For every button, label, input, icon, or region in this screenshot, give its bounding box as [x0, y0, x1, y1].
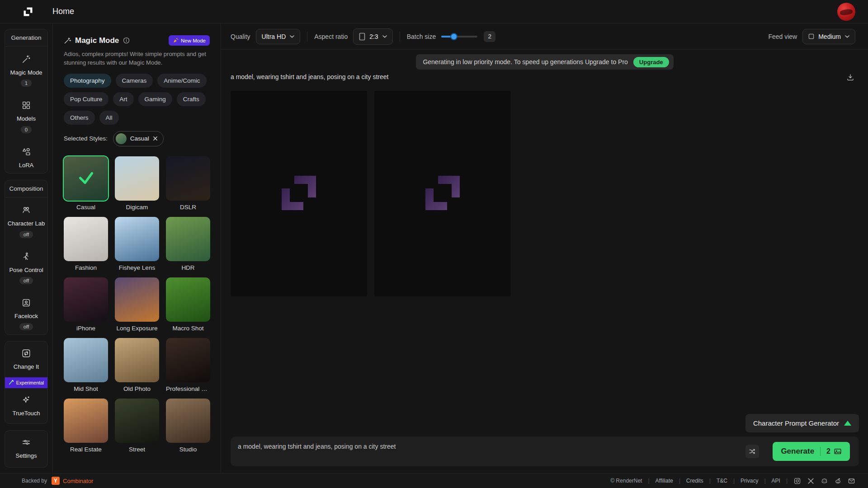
main-area: Quality Ultra HD Aspect ratio 2:3 Batch …	[221, 23, 868, 473]
category-chip-all[interactable]: All	[99, 111, 119, 125]
style-name: Professional Po...	[166, 385, 210, 392]
batch-size-slider[interactable]	[441, 36, 477, 38]
style-thumbnail	[115, 399, 159, 443]
selected-style-chip[interactable]: Casual	[113, 131, 164, 146]
magic-wand-icon	[64, 37, 71, 44]
category-chip-art[interactable]: Art	[113, 92, 133, 106]
quality-label: Quality	[231, 33, 250, 40]
style-card-studio[interactable]: Studio	[166, 399, 210, 453]
toast-message: Generating in low priority mode. To spee…	[423, 58, 627, 66]
style-card-street[interactable]: Street	[115, 399, 159, 453]
style-chip-label: Casual	[130, 135, 149, 142]
style-card-mid-shot[interactable]: Mid Shot	[64, 338, 108, 392]
sidebar-item-badge: 0	[21, 126, 32, 133]
style-name: Digicam	[115, 204, 159, 211]
style-card-casual[interactable]: Casual	[64, 156, 108, 211]
category-chip-pop-culture[interactable]: Pop Culture	[64, 92, 108, 106]
sidebar-item-change-it[interactable]: Change It	[5, 342, 47, 377]
prompt-zone: Character Prompt Generator a model, wear…	[231, 436, 859, 466]
upgrade-button[interactable]: Upgrade	[633, 57, 669, 67]
quality-value: Ultra HD	[262, 33, 286, 40]
generate-button[interactable]: Generate 2	[773, 442, 850, 461]
sidebar-group: GenerationMagic Mode1Models0LoRA	[5, 29, 48, 174]
category-chip-crafts[interactable]: Crafts	[177, 92, 206, 106]
sidebar-item-facelock[interactable]: Facelockoff	[5, 291, 47, 335]
sidebar-item-label: Settings	[16, 452, 37, 460]
slider-thumb[interactable]	[450, 33, 458, 40]
style-card-iphone[interactable]: iPhone	[64, 277, 108, 332]
style-thumbnail	[64, 217, 108, 261]
generation-cards	[231, 91, 854, 296]
swap-icon	[21, 348, 31, 360]
category-chip-photography[interactable]: Photography	[64, 74, 111, 88]
sidebar-item-models[interactable]: Models0	[5, 94, 47, 140]
style-card-long-exposure[interactable]: Long Exposure	[115, 277, 159, 332]
style-card-digicam[interactable]: Digicam	[115, 156, 159, 211]
panel-description: Adios, complex prompts! Write simple pro…	[64, 50, 210, 67]
sidebar-item-badge: off	[19, 323, 33, 330]
footer-link-privacy[interactable]: Privacy	[741, 478, 758, 484]
reddit-icon[interactable]	[834, 477, 842, 485]
paintbrush-icon	[9, 380, 14, 386]
style-card-hdr[interactable]: HDR	[166, 217, 210, 271]
user-avatar[interactable]	[837, 3, 855, 21]
category-chips: PhotographyCamerasAnime/ComicPop Culture…	[64, 74, 210, 125]
shuffle-prompt-button[interactable]	[745, 445, 759, 458]
sidebar-item-settings[interactable]: Settings	[5, 431, 47, 466]
style-thumbnail	[166, 217, 210, 261]
remove-style-icon[interactable]	[153, 136, 158, 141]
category-chip-cameras[interactable]: Cameras	[116, 74, 153, 88]
style-card-old-photo[interactable]: Old Photo	[115, 338, 159, 392]
people-icon	[21, 205, 31, 217]
divider	[820, 447, 821, 456]
image-icon	[834, 447, 842, 455]
batch-size-label: Batch size	[407, 33, 436, 40]
footer-link-api[interactable]: API	[772, 478, 780, 484]
category-chip-others[interactable]: Others	[64, 111, 95, 125]
style-card-dslr[interactable]: DSLR	[166, 156, 210, 211]
style-card-professional-po[interactable]: Professional Po...	[166, 338, 210, 392]
y-combinator-icon: Y	[52, 477, 60, 485]
sidebar-item-label: Change It	[14, 363, 39, 371]
mail-icon[interactable]	[848, 477, 855, 485]
sidebar-item-truetouch[interactable]: TrueTouch	[5, 388, 47, 424]
sidebar-item-lora[interactable]: LoRA	[5, 140, 47, 174]
category-chip-anime-comic[interactable]: Anime/Comic	[157, 74, 206, 88]
feed-view-label: Feed view	[768, 33, 797, 40]
generation-controls-bar: Quality Ultra HD Aspect ratio 2:3 Batch …	[221, 23, 868, 50]
style-card-fisheye-lens[interactable]: Fisheye Lens	[115, 217, 159, 271]
sliders-icon	[21, 437, 31, 449]
page-title: Home	[52, 7, 74, 16]
instagram-icon[interactable]	[793, 477, 801, 485]
aspect-ratio-dropdown[interactable]: 2:3	[353, 28, 392, 45]
download-icon[interactable]	[846, 73, 854, 81]
style-thumbnail	[115, 217, 159, 261]
sidebar-item-badge: 1	[21, 80, 32, 87]
rendernet-placeholder-logo	[277, 171, 321, 216]
category-chip-gaming[interactable]: Gaming	[138, 92, 172, 106]
y-combinator-link[interactable]: Combinator	[63, 478, 93, 484]
style-card-fashion[interactable]: Fashion	[64, 217, 108, 271]
style-card-macro-shot[interactable]: Macro Shot	[166, 277, 210, 332]
quality-dropdown[interactable]: Ultra HD	[256, 29, 301, 44]
sidebar-group-header: Generation	[5, 29, 47, 47]
discord-icon[interactable]	[821, 477, 828, 485]
footer-link-credits[interactable]: Credits	[686, 478, 703, 484]
sidebar-item-magic-mode[interactable]: Magic Mode1	[5, 47, 47, 94]
feed-view-dropdown[interactable]: Medium	[802, 29, 855, 44]
x-icon[interactable]	[807, 477, 815, 485]
grid-icon	[21, 100, 31, 112]
footer: Backed by Y Combinator © RenderNet |Affi…	[0, 473, 868, 488]
sidebar-item-pose-control[interactable]: Pose Controloff	[5, 245, 47, 291]
info-icon[interactable]	[123, 37, 130, 44]
sidebar-group-header: Composition	[5, 180, 47, 197]
sidebar-item-character-lab[interactable]: Character Laboff	[5, 198, 47, 244]
generate-label: Generate	[781, 447, 814, 456]
new-mode-badge[interactable]: New Mode	[169, 35, 210, 46]
style-card-real-estate[interactable]: Real Estate	[64, 399, 108, 453]
style-name: Real Estate	[64, 446, 108, 453]
footer-link-affiliate[interactable]: Affiliate	[656, 478, 673, 484]
footer-link-t-c[interactable]: T&C	[717, 478, 727, 484]
chevron-down-icon	[290, 35, 294, 38]
character-prompt-generator-button[interactable]: Character Prompt Generator	[745, 414, 859, 432]
